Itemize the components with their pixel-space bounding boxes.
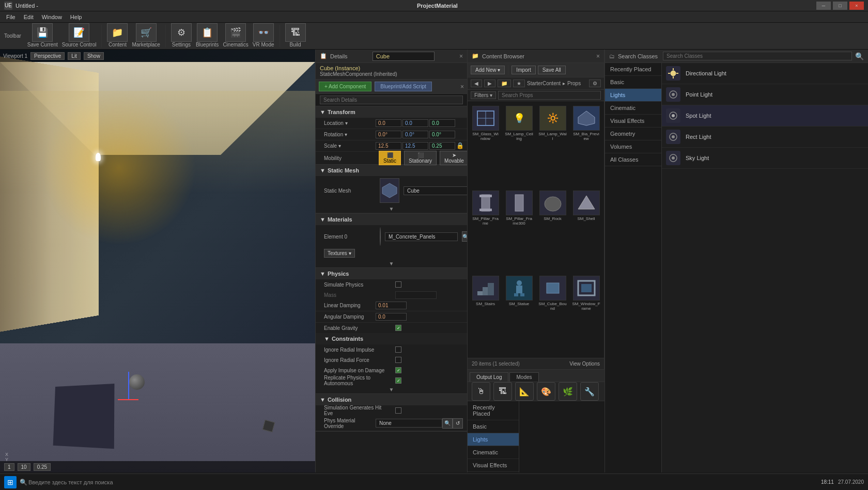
content-item-sm-lamp-ceiling[interactable]: 💡 SM_Lamp_Ceiling: [503, 103, 535, 186]
mobility-stationary-button[interactable]: ⬛ Stationary: [404, 151, 437, 165]
category-recently-placed[interactable]: Recently Placed: [468, 401, 519, 420]
linear-damping-input[interactable]: [376, 302, 407, 309]
content-item-sm-pillar-frame300[interactable]: SM_Pillar_Frame300: [503, 188, 535, 271]
constraints-header[interactable]: ▼ Constraints: [316, 333, 467, 344]
category-lights[interactable]: Lights: [468, 433, 519, 446]
filters-button[interactable]: Filters ▾: [471, 91, 496, 99]
location-z-input[interactable]: [429, 119, 455, 127]
rotation-z-input[interactable]: [429, 131, 455, 138]
nav-folder-button[interactable]: 📁: [498, 80, 511, 87]
location-y-input[interactable]: [402, 119, 428, 127]
menu-help[interactable]: Help: [66, 13, 86, 21]
viewport-scene[interactable]: XY: [0, 50, 315, 472]
mode-icon-5[interactable]: 🌿: [559, 382, 577, 401]
settings-button[interactable]: ⚙: [171, 23, 192, 42]
content-item-sm-statue[interactable]: SM_Statue: [503, 273, 535, 356]
angular-damping-input[interactable]: [376, 313, 407, 321]
category-geometry[interactable]: Geometry: [468, 472, 519, 472]
content-item-sm-bia[interactable]: SM_Bia_Preview: [570, 103, 602, 186]
mode-icon-6[interactable]: 🔧: [580, 382, 599, 401]
place-rect-light[interactable]: Rect Light: [662, 127, 868, 148]
nav-bookmark-button[interactable]: ★: [513, 80, 525, 87]
snap-angle-button[interactable]: 10: [18, 463, 30, 471]
cinematics-button[interactable]: 🎬: [225, 23, 246, 42]
maximize-button[interactable]: □: [833, 2, 847, 10]
materials-section-header[interactable]: ▼ Materials: [316, 214, 467, 225]
start-button[interactable]: ⊞: [4, 476, 17, 488]
add-new-button[interactable]: Add New ▾: [471, 66, 505, 74]
blueprint-script-button[interactable]: Blueprint/Add Script: [375, 82, 431, 91]
content-browser-close-button[interactable]: ×: [596, 53, 600, 60]
actor-name-input[interactable]: [373, 52, 435, 61]
scale-lock-icon[interactable]: 🔒: [456, 142, 464, 150]
content-item-sm-lamp-wall[interactable]: 🔆 SM_Lamp_Wall: [537, 103, 568, 186]
category-basic[interactable]: Basic: [468, 420, 519, 433]
apply-impulse-damage-checkbox[interactable]: [395, 367, 401, 373]
scale-x-input[interactable]: [376, 142, 401, 150]
mobility-static-button[interactable]: ⬛ Static: [379, 151, 401, 165]
lit-button[interactable]: Lit: [68, 52, 81, 60]
mode-icon-4[interactable]: 🎨: [537, 382, 555, 401]
modes-search-input[interactable]: [663, 52, 852, 60]
simulation-hit-checkbox[interactable]: [395, 407, 401, 414]
transform-section-header[interactable]: ▼ Transform: [316, 106, 467, 118]
modes-geometry[interactable]: Geometry: [605, 128, 661, 140]
replicate-physics-checkbox[interactable]: [395, 377, 401, 384]
modes-cinematic[interactable]: Cinematic: [605, 102, 661, 115]
phys-material-browse-button[interactable]: 🔍: [442, 418, 453, 429]
content-search-input[interactable]: [498, 91, 601, 100]
build-button[interactable]: 🏗: [285, 23, 306, 42]
content-item-sm-glass-window[interactable]: SM_Glass_Window: [470, 103, 501, 186]
content-view-options-button[interactable]: View Options: [569, 361, 600, 367]
category-cinematic[interactable]: Cinematic: [468, 446, 519, 459]
menu-window[interactable]: Window: [38, 13, 66, 21]
import-button[interactable]: Import: [512, 66, 535, 74]
phys-material-input[interactable]: [376, 419, 442, 428]
marketplace-button[interactable]: 🛒: [136, 23, 157, 42]
content-item-sm-pillar-frame[interactable]: SM_Pillar_Frame: [470, 188, 501, 271]
modes-volumes[interactable]: Volumes: [605, 140, 661, 153]
menu-file[interactable]: File: [2, 13, 20, 21]
mode-icon-2[interactable]: 🏗: [493, 382, 512, 401]
nav-back-button[interactable]: ◀: [471, 80, 482, 87]
details-close-button[interactable]: ×: [459, 53, 463, 60]
content-button[interactable]: 📁: [107, 23, 128, 42]
physics-section-header[interactable]: ▼ Physics: [316, 268, 467, 279]
content-item-sm-window-frame[interactable]: SM_Window_Frame: [570, 273, 602, 356]
search-bar-text[interactable]: Введите здесь текст для поиска: [28, 479, 113, 485]
show-button[interactable]: Show: [84, 52, 104, 60]
mesh-name-input[interactable]: [404, 186, 467, 195]
scale-z-input[interactable]: [429, 142, 455, 150]
textures-button[interactable]: Textures ▾: [324, 249, 355, 258]
perspective-button[interactable]: Perspective: [30, 52, 65, 60]
place-directional-light[interactable]: Directional Light: [662, 63, 868, 84]
location-x-input[interactable]: [376, 119, 401, 127]
scale-y-input[interactable]: [402, 142, 428, 150]
minimize-button[interactable]: ─: [816, 2, 831, 10]
details-actions-close[interactable]: ×: [460, 83, 464, 90]
modes-visual-effects[interactable]: Visual Effects: [605, 115, 661, 128]
phys-material-refresh-button[interactable]: ↺: [453, 418, 463, 429]
snap-grid-button[interactable]: 1: [4, 463, 14, 471]
snap-scale-button[interactable]: 0.25: [34, 463, 51, 471]
save-current-button[interactable]: 💾: [32, 23, 53, 42]
static-mesh-section-header[interactable]: ▼ Static Mesh: [316, 165, 467, 176]
nav-forward-button[interactable]: ▶: [484, 80, 495, 87]
mode-icon-1[interactable]: 🖱: [472, 382, 490, 401]
content-item-sm-rock[interactable]: SM_Rock: [537, 188, 568, 271]
content-item-sm-cube-bound[interactable]: SM_Cube_Bound: [537, 273, 568, 356]
mesh-expand-arrow[interactable]: ▼: [316, 205, 467, 213]
enable-gravity-checkbox[interactable]: [395, 325, 401, 331]
category-visual-effects[interactable]: Visual Effects: [468, 459, 519, 472]
collision-section-header[interactable]: ▼ Collision: [316, 394, 467, 405]
content-item-sm-stairs[interactable]: SM_Stairs: [470, 273, 501, 356]
place-point-light[interactable]: Point Light: [662, 84, 868, 105]
source-control-button[interactable]: 📝: [69, 23, 89, 42]
rotation-x-input[interactable]: [376, 131, 401, 138]
menu-edit[interactable]: Edit: [20, 13, 38, 21]
blueprints-button[interactable]: 📋: [197, 23, 218, 42]
mode-icon-3[interactable]: 📐: [515, 382, 534, 401]
vr-button[interactable]: 👓: [253, 23, 274, 42]
ignore-radial-force-checkbox[interactable]: [395, 357, 401, 363]
modes-lights[interactable]: Lights: [605, 89, 661, 102]
